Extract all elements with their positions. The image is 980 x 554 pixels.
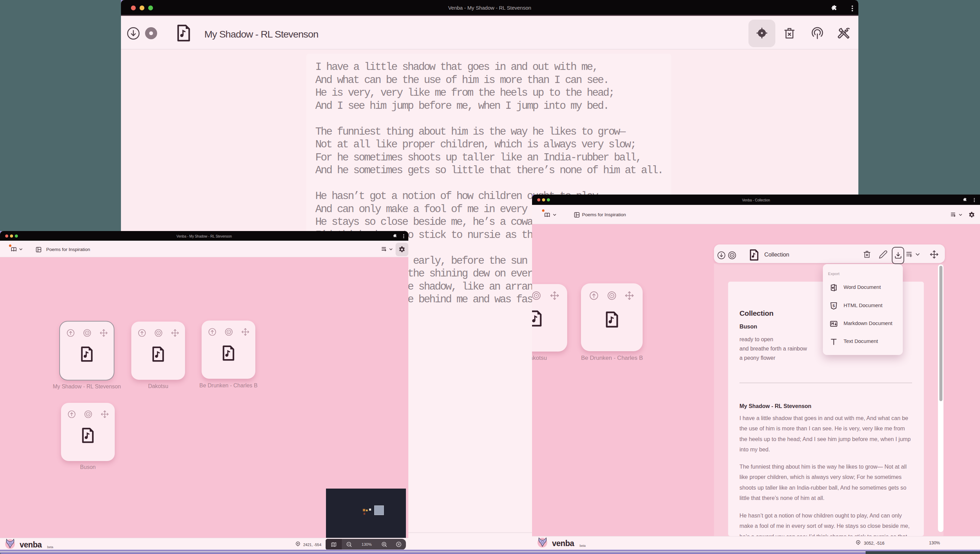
svg-text:5: 5 <box>833 304 835 308</box>
